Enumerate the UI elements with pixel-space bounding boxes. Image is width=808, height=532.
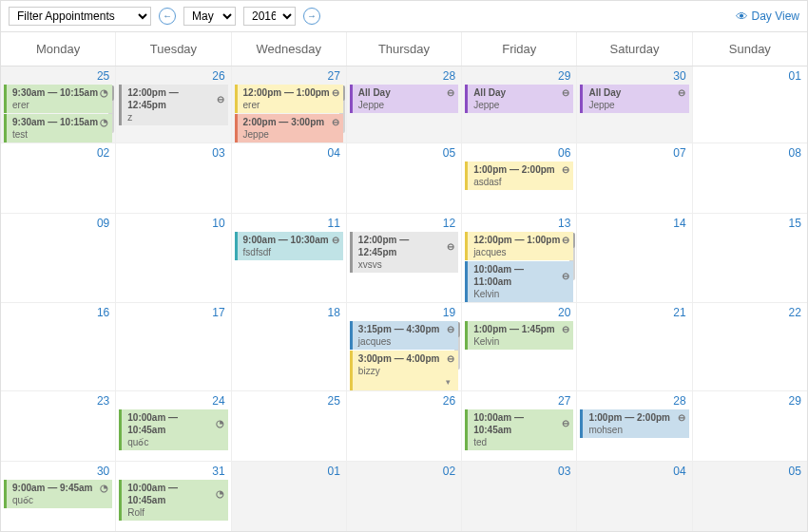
day-cell[interactable]: 2410:00am — 10:45am◔quốc [115,391,230,461]
day-cell[interactable]: 2710:00am — 10:45am⊖ted [461,391,576,461]
day-cell[interactable]: 22 [692,303,807,390]
day-cell[interactable]: 2612:00pm — 12:45pm⊖z [115,66,230,142]
day-cell[interactable]: 309:00am — 9:45am◔quốc [1,462,115,531]
appointment[interactable]: 9:30am — 10:15am◔test [4,114,112,142]
appointment-time: 10:00am — 11:00am [473,263,562,288]
chevron-down-icon[interactable]: ▾ [358,377,454,389]
appointment[interactable]: 9:30am — 10:15am◔erer [4,85,112,113]
day-cell[interactable]: 1212:00pm — 12:45pm⊖xvsvs [346,214,461,302]
day-cell[interactable]: 08 [692,143,807,213]
appointment[interactable]: 10:00am — 10:45am◔quốc [119,409,227,450]
day-number: 06 [462,143,576,162]
circle-minus-icon: ⊖ [562,270,569,282]
day-cell[interactable]: 3110:00am — 10:45am◔Rolf [115,462,230,531]
events-container: 10:00am — 10:45am⊖ted [462,409,576,450]
appointment[interactable]: 9:00am — 9:45am◔quốc [4,480,112,508]
day-number: 03 [462,462,576,480]
day-cell[interactable]: 17 [115,303,230,390]
day-cell[interactable]: 28All Day⊖Jeppe [346,66,461,142]
day-cell[interactable]: 18 [231,303,346,390]
appointment[interactable]: 9:00am — 10:30am⊖fsdfsdf [235,232,343,260]
day-cell[interactable]: 16 [1,303,115,390]
appointment-name: fsdfsdf [243,246,339,258]
day-cell[interactable]: 061:00pm — 2:00pm⊖asdasf [461,143,576,213]
day-view-link[interactable]: 👁 Day View [736,10,799,24]
appointment[interactable]: 12:00pm — 12:45pm⊖z [119,85,227,125]
appointment[interactable]: 12:00pm — 12:45pm⊖xvsvs [350,232,458,273]
day-cell[interactable]: 119:00am — 10:30am⊖fsdfsdf [231,214,346,302]
day-cell[interactable]: 05 [692,462,807,531]
appointment[interactable]: 10:00am — 10:45am◔Rolf [119,480,227,521]
day-cell[interactable]: 03 [461,462,576,531]
appointment-name: Rolf [127,506,223,519]
day-number: 17 [116,303,230,321]
events-container: 12:00pm — 12:45pm⊖z [116,85,230,125]
day-cell[interactable]: 281:00pm — 2:00pm⊖mohsen [576,391,691,461]
appointment[interactable]: All Day⊖Jeppe [580,85,688,113]
appointment[interactable]: 12:00pm — 1:00pm⊖jacques [465,232,573,260]
circle-minus-icon: ⊖ [678,86,685,99]
day-number: 23 [1,391,115,409]
appointment[interactable]: 1:00pm — 2:00pm⊖mohsen [580,409,688,438]
appointment-time: 12:00pm — 1:00pm [473,234,560,246]
appointment[interactable]: 10:00am — 10:45am⊖ted [465,409,573,450]
day-cell[interactable]: 07 [576,143,691,213]
circle-minus-icon: ⊖ [332,234,339,246]
circle-minus-icon: ⊖ [678,411,685,424]
day-cell[interactable]: 29All Day⊖Jeppe [461,66,576,142]
day-cell[interactable]: 04 [231,143,346,213]
day-cell[interactable]: 15 [692,214,807,302]
appointment[interactable]: All Day⊖Jeppe [350,85,458,113]
day-cell[interactable]: 10 [115,214,230,302]
toolbar: Filter Appointments ← May 2016 → 👁 Day V… [1,1,807,32]
day-cell[interactable]: 02 [346,462,461,531]
year-select[interactable]: 2016 [243,7,296,26]
next-month-button[interactable]: → [303,8,320,25]
appointment-name: Jeppe [243,128,339,141]
day-header: Wednesday [231,32,346,66]
prev-month-button[interactable]: ← [159,8,176,25]
week-row: 309:00am — 9:45am◔quốc3110:00am — 10:45a… [1,461,807,531]
filter-appointments-select[interactable]: Filter Appointments [9,7,151,26]
day-cell[interactable]: 25 [231,391,346,461]
day-number: 14 [577,214,691,232]
appointment[interactable]: 12:00pm — 1:00pm⊖erer [235,85,343,113]
day-cell[interactable]: 14 [576,214,691,302]
appointment[interactable]: 2:00pm — 3:00pm⊖Jeppe [235,114,343,142]
day-cell[interactable]: 21 [576,303,691,390]
circle-minus-icon: ⊖ [447,323,454,335]
month-select[interactable]: May [183,7,236,26]
appointment[interactable]: 10:00am — 11:00am⊖Kelvin [465,261,573,302]
day-header: Saturday [576,32,691,66]
appointment[interactable]: 1:00pm — 2:00pm⊖asdasf [465,162,573,190]
appointment[interactable]: 3:00pm — 4:00pm⊖bizzy▾ [350,351,458,390]
appointment[interactable]: All Day⊖Jeppe [465,85,573,113]
day-cell[interactable]: 09 [1,214,115,302]
day-cell[interactable]: 04 [576,462,691,531]
day-number: 21 [577,303,691,321]
day-cell[interactable]: 30All Day⊖Jeppe [576,66,691,142]
day-cell[interactable]: 05 [346,143,461,213]
day-number: 16 [1,303,115,321]
day-cell[interactable]: 02 [1,143,115,213]
day-number: 04 [577,462,691,480]
appointment[interactable]: 1:00pm — 1:45pm⊖Kelvin [465,321,573,350]
day-cell[interactable]: 1312:00pm — 1:00pm⊖jacques10:00am — 11:0… [461,214,576,302]
clock-icon: ◔ [216,417,224,429]
day-cell[interactable]: 201:00pm — 1:45pm⊖Kelvin [461,303,576,390]
day-cell[interactable]: 193:15pm — 4:30pm⊖jacques3:00pm — 4:00pm… [346,303,461,390]
day-number: 03 [116,143,230,162]
day-cell[interactable]: 29 [692,391,807,461]
day-cell[interactable]: 26 [346,391,461,461]
circle-minus-icon: ⊖ [217,93,224,105]
day-cell[interactable]: 2712:00pm — 1:00pm⊖erer2:00pm — 3:00pm⊖J… [231,66,346,142]
day-cell[interactable]: 01 [231,462,346,531]
events-container: 9:00am — 10:30am⊖fsdfsdf [232,232,346,260]
day-cell[interactable]: 23 [1,391,115,461]
day-cell[interactable]: 259:30am — 10:15am◔erer9:30am — 10:15am◔… [1,66,115,142]
day-cell[interactable]: 01 [692,66,807,142]
appointment[interactable]: 3:15pm — 4:30pm⊖jacques [350,321,458,350]
day-header: Thursday [346,32,461,66]
day-header: Tuesday [115,32,230,66]
day-cell[interactable]: 03 [115,143,230,213]
